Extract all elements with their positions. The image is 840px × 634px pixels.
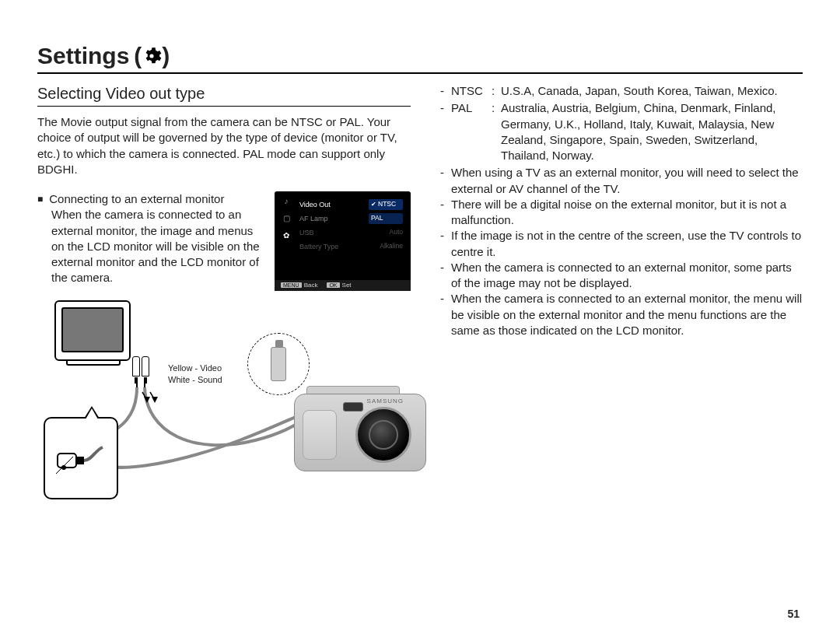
section-subheading: Selecting Video out type xyxy=(37,83,411,107)
connection-diagram: Yellow - Video White - Sound xyxy=(37,300,411,510)
lcd-row-battery: Battery Type Alkaline xyxy=(296,240,406,254)
sound-tab-icon: ♪ xyxy=(279,196,293,207)
lcd-row-video-out: Video Out ✔NTSC xyxy=(296,198,406,212)
camera-icon: SAMSUNG xyxy=(294,394,434,487)
region-ntsc: - NTSC : U.S.A, Canada, Japan, South Kor… xyxy=(440,83,803,99)
av-jack-plug-icon xyxy=(53,430,109,486)
svg-point-0 xyxy=(150,54,154,58)
region-pal: - PAL : Australia, Austria, Belgium, Chi… xyxy=(440,100,803,163)
page-title: Settings ( ) xyxy=(37,43,803,74)
menu-button-icon: MENU xyxy=(281,282,302,288)
lcd-row-af-lamp: AF Lamp PAL xyxy=(296,212,406,226)
right-column: - NTSC : U.S.A, Canada, Japan, South Kor… xyxy=(440,83,803,510)
lcd-option-ntsc: ✔NTSC xyxy=(369,199,403,209)
camera-lcd-screenshot: ♪ ▢ ✿ Video Out ✔NTSC AF Lamp PAL USB xyxy=(275,191,411,291)
svg-marker-2 xyxy=(152,397,158,403)
av-plugs-icon xyxy=(132,356,156,387)
lcd-left-tabs: ♪ ▢ ✿ xyxy=(279,196,293,241)
svg-rect-4 xyxy=(76,457,84,464)
lcd-footer: MENUBack OKSet xyxy=(275,280,411,291)
cable-labels: Yellow - Video White - Sound xyxy=(168,363,222,387)
sound-cable-label: White - Sound xyxy=(168,374,222,386)
settings-tab-icon: ✿ xyxy=(279,230,293,241)
ok-button-icon: OK xyxy=(327,282,339,288)
lcd-row-usb: USB Auto xyxy=(296,226,406,240)
note-item: -If the image is not in the centre of th… xyxy=(440,228,803,260)
lcd-option-pal: PAL xyxy=(369,213,403,223)
note-item: -When the camera is connected to an exte… xyxy=(440,260,803,292)
gear-icon xyxy=(142,46,162,66)
title-text: Settings xyxy=(37,43,129,69)
check-icon: ✔ xyxy=(371,201,376,209)
inset-callout xyxy=(44,417,118,499)
note-item: -When the camera is connected to an exte… xyxy=(440,291,803,338)
note-item: -There will be a digital noise on the ex… xyxy=(440,197,803,229)
svg-marker-1 xyxy=(144,397,150,403)
note-item: -When using a TV as an external monitor,… xyxy=(440,165,803,197)
connect-body: When the camera is connected to an exter… xyxy=(37,207,267,285)
connect-heading: Connecting to an external monitor xyxy=(49,191,224,207)
display-tab-icon: ▢ xyxy=(279,213,293,224)
camera-brand-label: SAMSUNG xyxy=(367,398,404,406)
intro-paragraph: The Movie output signal from the camera … xyxy=(37,114,411,177)
left-column: Selecting Video out type The Movie outpu… xyxy=(37,83,411,510)
title-parenthesis: ( ) xyxy=(134,43,170,69)
page-number: 51 xyxy=(787,608,800,620)
svg-rect-3 xyxy=(58,454,76,468)
tv-monitor-icon xyxy=(54,300,132,374)
camera-connector-icon xyxy=(271,347,286,381)
video-cable-label: Yellow - Video xyxy=(168,363,222,374)
square-bullet-icon: ■ xyxy=(37,191,43,207)
